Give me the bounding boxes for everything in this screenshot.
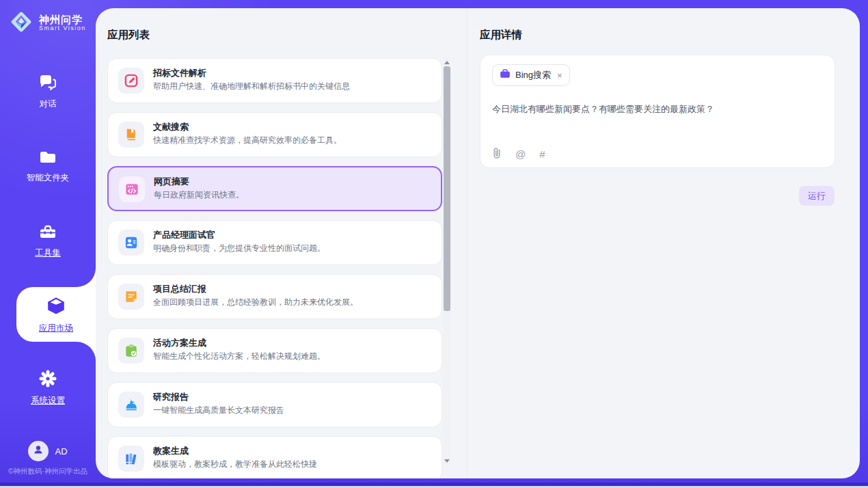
hash-icon[interactable]: # [539, 148, 545, 160]
tool-chip-label: Bing搜索 [515, 69, 551, 81]
sidebar-item-settings[interactable]: 系统设置 [0, 369, 96, 407]
toolbox-icon [38, 231, 57, 243]
mention-icon[interactable]: @ [515, 148, 526, 160]
sidebar-item-toolset[interactable]: 工具集 [0, 223, 96, 259]
app-card-description: 明确身份和职责，为您提供专业性的面试问题。 [153, 243, 325, 254]
app-card-activity-plan[interactable]: 活动方案生成 智能生成个性化活动方案，轻松解决规划难题。 [107, 328, 442, 373]
sidebar-item-app-market[interactable]: 应用市场 [16, 287, 96, 342]
app-card-bid-analysis[interactable]: 招标文件解析 帮助用户快速、准确地理解和解析招标书中的关键信息 [107, 58, 442, 103]
note-icon [118, 284, 144, 310]
prompt-card: Bing搜索 × 今日湖北有哪些新闻要点？有哪些需要关注的最新政策？ @ # [480, 55, 835, 168]
scroll-up-button[interactable] [443, 58, 451, 66]
copyright-text: ©神州数码·神州问学出品 [0, 467, 96, 476]
brand-logo: 神州问学 Smart Vision [8, 9, 86, 38]
app-card-web-summary[interactable]: 网页摘要 每日政府新闻资讯快查。 [107, 166, 442, 211]
close-icon[interactable]: × [557, 71, 562, 80]
folder-icon [38, 156, 57, 167]
sidebar: 神州问学 Smart Vision 对话 智能文件夹 [0, 0, 96, 483]
browser-code-icon [119, 176, 145, 202]
cube-icon [45, 308, 67, 319]
user-profile[interactable]: AD [0, 441, 96, 461]
run-button[interactable]: 运行 [799, 186, 835, 206]
brand-tagline: Smart Vision [39, 25, 86, 32]
user-name: AD [55, 446, 67, 457]
app-window: 神州问学 Smart Vision 对话 智能文件夹 [0, 0, 868, 488]
pane-divider [467, 8, 467, 478]
tool-chip-bing-search[interactable]: Bing搜索 × [492, 64, 570, 86]
sidebar-item-label: 系统设置 [0, 395, 96, 407]
sidebar-item-label: 工具集 [0, 247, 96, 259]
app-card-title: 文献搜索 [153, 121, 189, 133]
app-card-description: 每日政府新闻资讯快查。 [154, 189, 244, 201]
app-list-scrollbar[interactable] [443, 58, 451, 465]
app-card-title: 教案生成 [153, 445, 189, 457]
brand-name: 神州问学 [39, 14, 86, 26]
clipboard-check-icon [118, 338, 144, 364]
books-icon [118, 446, 144, 472]
app-detail-title: 应用详情 [480, 28, 522, 42]
app-card-project-summary[interactable]: 项目总结汇报 全面回顾项目进展，总结经验教训，助力未来优化发展。 [107, 274, 442, 319]
ink-bottle-icon [118, 392, 144, 418]
avatar [28, 441, 49, 461]
app-card-pm-interviewer[interactable]: 产品经理面试官 明确身份和职责，为您提供专业性的面试问题。 [107, 220, 442, 265]
app-card-description: 快速精准查找学术资源，提高研究效率的必备工具。 [153, 135, 342, 146]
app-card-literature-search[interactable]: 文献搜索 快速精准查找学术资源，提高研究效率的必备工具。 [107, 112, 442, 157]
sidebar-item-label: 智能文件夹 [0, 172, 96, 184]
app-card-title: 活动方案生成 [153, 337, 206, 349]
app-list-title: 应用列表 [107, 28, 150, 42]
gear-icon [38, 379, 57, 390]
active-tab-top-curve [77, 268, 96, 287]
composer-toolbar: @ # [492, 147, 545, 161]
app-card-title: 产品经理面试官 [153, 229, 215, 241]
active-tab-bottom-curve [77, 342, 96, 361]
app-card-title: 研究报告 [153, 391, 189, 403]
app-card-title: 项目总结汇报 [153, 283, 206, 295]
diamond-logo-icon [8, 9, 34, 38]
sidebar-item-label: 对话 [0, 98, 96, 110]
pen-square-icon [118, 68, 144, 94]
briefcase-icon [500, 69, 511, 81]
scroll-down-button[interactable] [443, 457, 451, 465]
prompt-question-text[interactable]: 今日湖北有哪些新闻要点？有哪些需要关注的最新政策？ [492, 103, 820, 116]
paperclip-icon[interactable] [492, 147, 502, 161]
sidebar-item-chat[interactable]: 对话 [0, 74, 96, 110]
chat-icon [38, 82, 57, 94]
app-card-description: 全面回顾项目进展，总结经验教训，助力未来优化发展。 [153, 297, 358, 308]
app-card-research-report[interactable]: 研究报告 一键智能生成高质量长文本研究报告 [107, 382, 442, 427]
app-card-description: 智能生成个性化活动方案，轻松解决规划难题。 [153, 351, 325, 362]
scrollbar-thumb[interactable] [444, 66, 450, 311]
interviewer-icon [118, 230, 144, 256]
main-panel: 应用列表 招标文件解析 帮助用户快速、准确地理解和解析招标书中的关键信息 [96, 8, 860, 478]
app-card-description: 一键智能生成高质量长文本研究报告 [153, 405, 284, 416]
app-card-description: 帮助用户快速、准确地理解和解析招标书中的关键信息 [153, 81, 350, 92]
app-card-description: 模板驱动，教案秒成，教学准备从此轻松快捷 [153, 459, 317, 470]
book-icon [118, 122, 144, 148]
sidebar-item-smart-folder[interactable]: 智能文件夹 [0, 149, 96, 184]
app-card-title: 招标文件解析 [153, 67, 206, 79]
person-icon [32, 444, 44, 459]
sidebar-item-label: 应用市场 [16, 323, 96, 334]
app-card-title: 网页摘要 [154, 176, 189, 188]
app-card-lesson-plan[interactable]: 教案生成 模板驱动，教案秒成，教学准备从此轻松快捷 [107, 436, 442, 478]
